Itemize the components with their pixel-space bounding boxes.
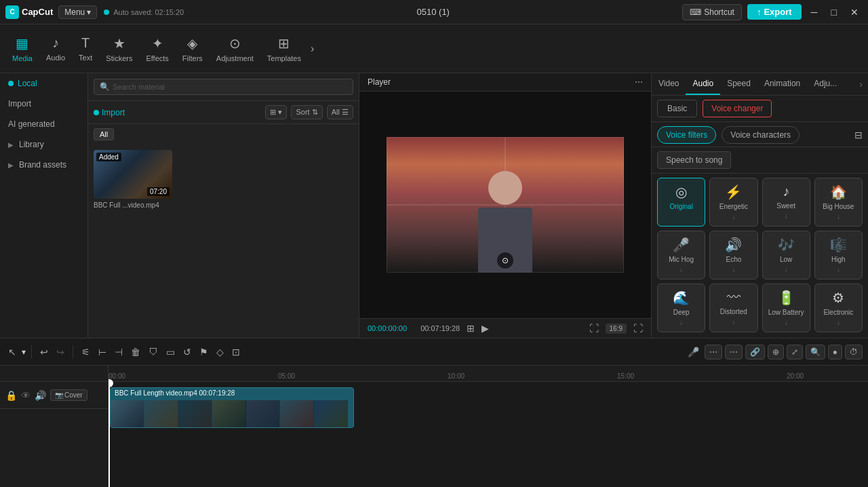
- toolbar-stickers[interactable]: ★ Stickers: [99, 33, 139, 65]
- flag-button[interactable]: ⚑: [197, 344, 211, 360]
- trim-left-button[interactable]: ⊢: [96, 344, 109, 360]
- auto-save-dot: [104, 9, 109, 15]
- diamond-button[interactable]: ◇: [214, 344, 226, 360]
- link-audio-button[interactable]: ⋯: [725, 345, 743, 359]
- toolbar-text[interactable]: T Text: [72, 33, 99, 64]
- maximize-button[interactable]: □: [827, 5, 841, 19]
- minimize-button[interactable]: ─: [807, 5, 822, 19]
- lock-icon[interactable]: 🔒: [5, 390, 17, 401]
- toolbar-audio[interactable]: ♪ Audio: [39, 33, 72, 64]
- voice-filter-deep[interactable]: 🌊 Deep ↓: [657, 284, 705, 332]
- sort-button[interactable]: Sort ⇅: [291, 105, 322, 119]
- voice-filters-tab[interactable]: Voice filters: [657, 126, 716, 144]
- grid-toggle-button[interactable]: ⊞: [467, 323, 475, 334]
- clock-button[interactable]: ⏱: [845, 345, 863, 359]
- fullscreen-button[interactable]: ⛶: [633, 323, 643, 334]
- tab-audio[interactable]: Audio: [686, 73, 720, 95]
- camera-button[interactable]: ⊙: [497, 252, 513, 269]
- toolbar-adjustment[interactable]: ⊙ Adjustment: [210, 33, 260, 65]
- play-button[interactable]: ▶: [481, 323, 489, 334]
- video-track[interactable]: BBC Full Length video.mp4 00:07:19:28: [110, 387, 354, 428]
- distorted-label: Distorted: [720, 308, 747, 315]
- delete-button[interactable]: 🗑: [128, 344, 143, 360]
- grid-view-button[interactable]: ⊞ ▾: [265, 105, 287, 119]
- tab-video[interactable]: Video: [652, 73, 686, 95]
- voice-filter-high[interactable]: 🎼 High ↓: [814, 231, 863, 279]
- playhead-handle[interactable]: [108, 379, 113, 387]
- track-info: BBC Full Length video.mp4 00:07:19:28: [115, 389, 235, 397]
- time-current: 00:00:00:00: [368, 324, 407, 332]
- voice-filter-mic-hog[interactable]: 🎤 Mic Hog ↓: [657, 231, 705, 279]
- export-button[interactable]: ↑ Export: [747, 4, 802, 20]
- link-button[interactable]: 🔗: [745, 345, 765, 359]
- close-button[interactable]: ✕: [846, 5, 863, 19]
- shortcut-button[interactable]: ⌨ Shortcut: [682, 4, 742, 20]
- player-menu-icon[interactable]: ⋯: [635, 77, 643, 87]
- crop-button[interactable]: ▭: [163, 344, 178, 360]
- resize-button[interactable]: ⛶: [589, 323, 599, 334]
- sidebar-item-brand-assets[interactable]: ▶ Brand assets: [0, 155, 87, 175]
- transform-button[interactable]: ⤢: [787, 345, 803, 359]
- media-panel: 🔍 Search material Import ⊞ ▾ Sort ⇅ All …: [88, 73, 359, 338]
- player-controls: 00:00:00:00 00:07:19:28 ⊞ ▶ ⛶ 16:9 ⛶: [359, 318, 651, 338]
- redo-button[interactable]: ↪: [54, 344, 67, 360]
- eye-icon[interactable]: 👁: [21, 390, 31, 401]
- toolbar-media[interactable]: ▦ Media: [5, 33, 39, 65]
- tab-animation[interactable]: Animation: [757, 73, 807, 95]
- voice-filter-energetic[interactable]: ⚡ Energetic ↓: [709, 178, 757, 227]
- voice-filter-electronic[interactable]: ⚙ Electronic ↓: [814, 284, 863, 332]
- voice-filter-low-battery[interactable]: 🔋 Low Battery ↓: [762, 284, 810, 332]
- speech-to-song-button[interactable]: Speech to song: [657, 151, 731, 169]
- sidebar-item-ai[interactable]: AI generated: [0, 114, 87, 134]
- tab-speed[interactable]: Speed: [720, 73, 757, 95]
- voice-filter-distorted[interactable]: 〰 Distorted ↓: [709, 284, 757, 332]
- menu-button[interactable]: Menu ▾: [58, 5, 97, 19]
- tab-adjustment[interactable]: Adju...: [807, 73, 844, 95]
- sidebar-item-local[interactable]: Local: [0, 73, 87, 94]
- all-filter-button[interactable]: All ☰: [327, 105, 353, 119]
- library-arrow: ▶: [8, 141, 14, 149]
- toolbar-audio-label: Audio: [46, 54, 65, 62]
- trim-right-button[interactable]: ⊣: [112, 344, 125, 360]
- cursor-tool-button[interactable]: ↖: [5, 344, 19, 360]
- toolbar-effects[interactable]: ✦ Effects: [139, 33, 175, 65]
- aspect-ratio-badge[interactable]: 16:9: [606, 324, 627, 334]
- adjustment-icon: ⊙: [229, 35, 241, 52]
- center-button[interactable]: ⊕: [768, 345, 784, 359]
- voice-filter-big-house[interactable]: 🏠 Big House ↓: [814, 178, 863, 227]
- filter-icon[interactable]: ⊟: [854, 130, 863, 140]
- sidebar-item-library[interactable]: ▶ Library: [0, 134, 87, 155]
- sidebar-item-import[interactable]: Import: [0, 94, 87, 114]
- basic-tab-button[interactable]: Basic: [657, 100, 697, 117]
- list-item[interactable]: Added 07:20 BBC Full ...video.mp4: [94, 150, 172, 209]
- voice-filter-original[interactable]: ◎ Original: [657, 178, 705, 227]
- top-right-actions: ⌨ Shortcut ↑ Export ─ □ ✕: [682, 4, 863, 20]
- toolbar-templates[interactable]: ⊞ Templates: [260, 33, 308, 65]
- toolbar-more-button[interactable]: ›: [311, 43, 314, 55]
- voice-filter-echo[interactable]: 🔊 Echo ↓: [709, 231, 757, 279]
- search-box[interactable]: 🔍 Search material: [94, 79, 353, 95]
- volume-icon[interactable]: 🔊: [35, 390, 46, 401]
- tab-more-button[interactable]: ›: [854, 73, 868, 95]
- toolbar-stickers-label: Stickers: [106, 54, 132, 62]
- voice-filters-grid: ◎ Original ⚡ Energetic ↓ ♪ Sweet ↓ 🏠 Big…: [652, 174, 868, 336]
- filter-tag-all[interactable]: All: [94, 128, 114, 140]
- voice-filter-sweet[interactable]: ♪ Sweet ↓: [762, 178, 810, 227]
- media-duration: 07:20: [147, 187, 170, 196]
- text-icon: T: [81, 35, 90, 51]
- toolbar-filters[interactable]: ◈ Filters: [176, 33, 210, 65]
- zoom-slider-button[interactable]: ●: [828, 345, 842, 359]
- voice-filter-low[interactable]: 🎶 Low ↓: [762, 231, 810, 279]
- mic-button[interactable]: 🎤: [685, 344, 702, 360]
- split-button[interactable]: ⚟: [79, 344, 93, 360]
- loop-button[interactable]: ↺: [180, 344, 194, 360]
- import-button[interactable]: Import: [94, 108, 125, 117]
- link-scene-button[interactable]: ⋯: [705, 345, 722, 359]
- zoom-out-button[interactable]: 🔍: [806, 345, 825, 359]
- shield-button[interactable]: ⛉: [146, 344, 161, 360]
- undo-button[interactable]: ↩: [37, 344, 51, 360]
- cover-button[interactable]: 📷 Cover: [50, 389, 87, 401]
- frame-button[interactable]: ⊡: [229, 344, 243, 360]
- voice-changer-tab-button[interactable]: Voice changer: [703, 100, 772, 117]
- voice-characters-tab[interactable]: Voice characters: [722, 126, 800, 144]
